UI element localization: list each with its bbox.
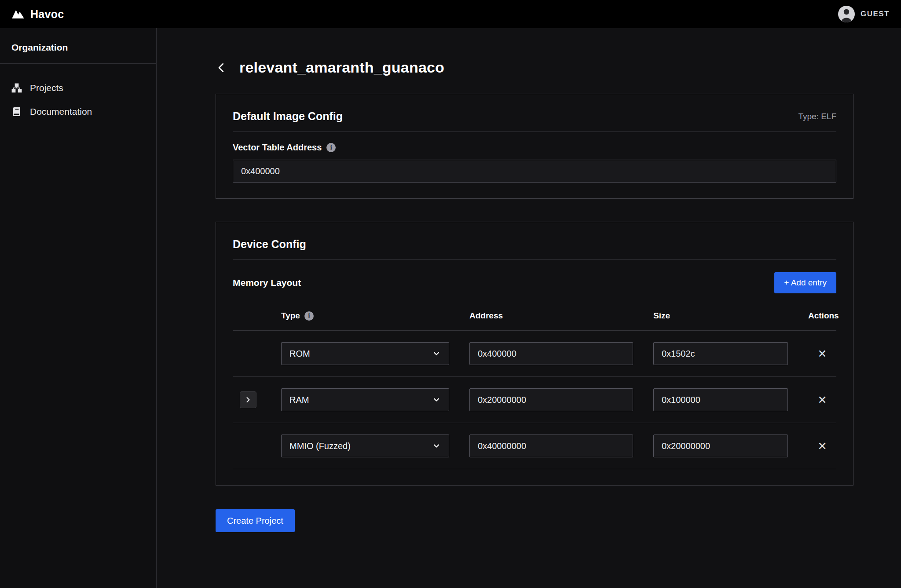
image-type-label: Type: ELF (798, 112, 836, 121)
add-entry-button[interactable]: + Add entry (774, 272, 836, 293)
user-menu[interactable]: GUEST (838, 6, 890, 22)
avatar-icon[interactable] (838, 6, 855, 22)
memory-type-select[interactable]: ROM (281, 342, 449, 365)
selected-option: MMIO (Fuzzed) (289, 441, 351, 451)
device-config-card: Device Config Memory Layout + Add entry … (216, 222, 853, 486)
delete-row-button[interactable]: ✕ (814, 347, 831, 361)
sidebar-item-projects[interactable]: Projects (0, 76, 156, 100)
memory-type-select[interactable]: RAM (281, 388, 449, 411)
memory-row: MMIO (Fuzzed) ✕ (233, 423, 836, 469)
sidebar-item-label: Documentation (30, 106, 92, 117)
column-header-actions: Actions (808, 311, 839, 321)
main-content: relevant_amaranth_guanaco Default Image … (157, 28, 901, 588)
create-project-button[interactable]: Create Project (216, 509, 295, 532)
card-title: Device Config (233, 238, 306, 251)
memory-address-input[interactable] (469, 388, 633, 411)
delete-row-button[interactable]: ✕ (814, 439, 831, 453)
memory-layout-label: Memory Layout (233, 278, 301, 288)
info-icon[interactable]: i (326, 143, 336, 152)
default-image-config-card: Default Image Config Type: ELF Vector Ta… (216, 94, 853, 199)
field-label-text: Vector Table Address (233, 142, 322, 153)
sidebar-item-label: Projects (30, 83, 63, 93)
info-icon[interactable]: i (304, 311, 314, 321)
projects-icon (11, 83, 22, 93)
havoc-logo-icon (11, 9, 25, 19)
sidebar-heading: Organization (0, 28, 156, 64)
sidebar-nav: Projects Documentation (0, 64, 156, 124)
documentation-icon (11, 106, 22, 117)
user-label: GUEST (861, 10, 890, 18)
vector-table-address-label: Vector Table Address i (233, 142, 836, 153)
sidebar-item-documentation[interactable]: Documentation (0, 100, 156, 124)
chevron-down-icon (432, 442, 441, 450)
memory-size-input[interactable] (653, 388, 788, 411)
chevron-down-icon (432, 349, 441, 358)
column-header-address: Address (469, 311, 633, 321)
topbar: Havoc GUEST (0, 0, 901, 28)
memory-layout-header: Memory Layout + Add entry (233, 272, 836, 293)
memory-address-input[interactable] (469, 435, 633, 457)
column-header-size: Size (653, 311, 788, 321)
vector-table-address-input[interactable] (233, 160, 836, 183)
memory-size-input[interactable] (653, 435, 788, 457)
chevron-down-icon (432, 395, 441, 404)
back-button[interactable] (216, 61, 227, 74)
brand: Havoc (11, 8, 64, 21)
memory-size-input[interactable] (653, 342, 788, 365)
card-header: Device Config (233, 238, 836, 260)
memory-row: ROM ✕ (233, 331, 836, 377)
page-header: relevant_amaranth_guanaco (216, 59, 853, 76)
delete-row-button[interactable]: ✕ (814, 393, 831, 407)
column-header-type: Type (281, 311, 300, 321)
expand-row-button[interactable] (240, 391, 256, 408)
brand-name: Havoc (30, 8, 64, 21)
memory-type-select[interactable]: MMIO (Fuzzed) (281, 435, 449, 457)
memory-address-input[interactable] (469, 342, 633, 365)
sidebar: Organization Projects (0, 28, 157, 588)
memory-row: RAM ✕ (233, 377, 836, 423)
selected-option: RAM (289, 395, 309, 405)
memory-table-header: Type i Address Size Actions (233, 293, 836, 331)
card-header: Default Image Config Type: ELF (233, 110, 836, 132)
card-title: Default Image Config (233, 110, 343, 123)
page-title: relevant_amaranth_guanaco (239, 59, 444, 76)
selected-option: ROM (289, 349, 310, 359)
